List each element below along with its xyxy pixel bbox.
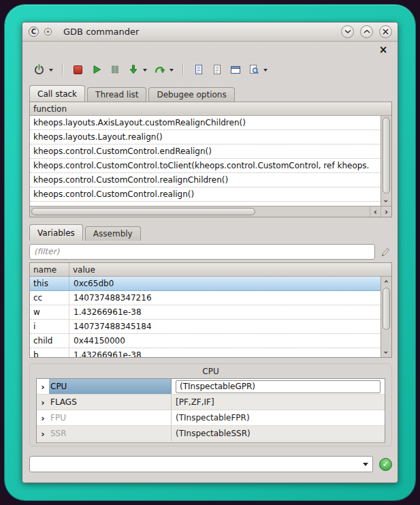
window-menu-icon[interactable]: [44, 27, 52, 36]
callstack-row[interactable]: kheops.control.CustomControl.realignChil…: [30, 173, 381, 187]
panel-close-icon[interactable]: ×: [378, 44, 389, 55]
scroll-down-icon[interactable]: ›: [381, 196, 391, 206]
expander-icon[interactable]: ›: [37, 395, 49, 410]
expander-icon[interactable]: ›: [37, 426, 49, 441]
pause-button[interactable]: [106, 61, 123, 78]
filter-row: [29, 243, 392, 260]
step-into-dropdown-arrow[interactable]: [141, 61, 148, 78]
variable-name: w: [30, 305, 69, 319]
column-header-value[interactable]: value: [69, 263, 391, 276]
power-dropdown-arrow[interactable]: [47, 61, 54, 78]
list-button[interactable]: [208, 61, 225, 78]
column-header-name[interactable]: name: [30, 263, 69, 276]
variables-vertical-scrollbar[interactable]: › ›: [381, 277, 391, 357]
chevron-up-icon: [364, 29, 370, 34]
callstack-horizontal-scrollbar[interactable]: ‹ ›: [30, 206, 391, 217]
variable-row[interactable]: child 0x44150000: [30, 334, 391, 348]
cpu-value-editor[interactable]: (TInspectableGPR): [176, 380, 381, 393]
variable-row[interactable]: w 1.43266961e-38: [30, 305, 391, 320]
variable-row[interactable]: b 1.43266961e-38: [30, 348, 391, 357]
column-header-function[interactable]: function: [30, 102, 67, 115]
filter-input[interactable]: [29, 244, 375, 260]
stop-button[interactable]: [69, 61, 86, 78]
toolbar-separator: [62, 63, 63, 76]
cpu-row-selected[interactable]: › CPU (TInspectableGPR): [37, 379, 385, 395]
cpu-row-name[interactable]: SSR: [49, 426, 172, 441]
callstack-row[interactable]: kheops.control.CustomControl.realign(): [30, 187, 381, 202]
chevron-down-icon[interactable]: [359, 457, 372, 472]
step-over-icon: [154, 64, 165, 75]
step-over-dropdown-arrow[interactable]: [167, 61, 175, 78]
top-tab-bar: Call stack Thread list Debugee options: [29, 85, 237, 102]
callstack-row[interactable]: kheops.control.CustomControl.endRealign(…: [30, 144, 381, 159]
run-button[interactable]: [88, 61, 105, 78]
variable-value: 1.43266961e-38: [69, 305, 391, 319]
cpu-row[interactable]: › SSR (TInspectableSSR): [37, 426, 385, 442]
scrollbar-thumb[interactable]: [31, 208, 255, 215]
variable-value: 140737488345184: [69, 320, 391, 333]
variable-name: cc: [30, 291, 69, 305]
watch-dropdown-arrow[interactable]: [261, 61, 269, 78]
variable-name: b: [30, 348, 69, 357]
confirm-icon[interactable]: ✓: [379, 458, 392, 471]
scroll-arrows: ‹ ›: [370, 206, 391, 217]
callstack-row[interactable]: kheops.layouts.AxisLayout.customRealignC…: [30, 116, 381, 130]
run-icon: [91, 64, 102, 75]
scroll-down-icon[interactable]: ›: [381, 348, 391, 357]
doc-icon: [193, 64, 204, 75]
callstack-body: kheops.layouts.AxisLayout.customRealignC…: [30, 116, 391, 206]
callstack-vertical-scrollbar[interactable]: ›: [381, 116, 391, 206]
filter-edit-icon[interactable]: [378, 245, 392, 258]
window-button[interactable]: [227, 61, 244, 78]
cpu-row-name[interactable]: FLAGS: [49, 395, 172, 410]
middle-tab-bar: Variables Assembly: [29, 224, 143, 241]
variables-body: this 0xc65db0 cc 140737488347216 w 1.432…: [30, 277, 391, 357]
scroll-left-icon[interactable]: ‹: [370, 206, 381, 217]
watch-icon: [248, 64, 259, 75]
variable-row-selected[interactable]: this 0xc65db0: [30, 277, 391, 291]
step-over-button[interactable]: [151, 61, 168, 78]
variable-value: 0xc65db0: [69, 277, 391, 290]
window-frame: C GDB commander ×: [5, 5, 415, 500]
scrollbar-thumb[interactable]: [383, 288, 390, 330]
scrollbar-thumb[interactable]: [383, 117, 390, 194]
callstack-row[interactable]: kheops.layouts.Layout.realign(): [30, 130, 381, 144]
callstack-header-row: function: [30, 102, 391, 116]
minimize-button[interactable]: [341, 25, 354, 38]
command-row: ✓: [29, 456, 392, 472]
close-button[interactable]: [379, 25, 392, 38]
tab-call-stack[interactable]: Call stack: [29, 85, 85, 102]
callstack-rows: kheops.layouts.AxisLayout.customRealignC…: [30, 116, 381, 206]
variables-header-row: name value: [30, 263, 391, 277]
doc-button[interactable]: [190, 61, 207, 78]
maximize-button[interactable]: [360, 25, 373, 38]
tab-debugee-options[interactable]: Debugee options: [148, 87, 234, 102]
command-input[interactable]: [30, 457, 359, 472]
variable-name: child: [30, 334, 69, 348]
tab-variables[interactable]: Variables: [29, 224, 83, 241]
step-into-icon: [128, 64, 139, 75]
scroll-right-icon[interactable]: ›: [381, 206, 391, 217]
toolbar: [31, 59, 270, 80]
tab-thread-list[interactable]: Thread list: [87, 87, 146, 102]
power-button[interactable]: [31, 61, 48, 78]
variable-row[interactable]: cc 140737488347216: [30, 291, 391, 305]
window-icon: [230, 65, 241, 75]
cpu-row[interactable]: › FLAGS [PF,ZF,IF]: [37, 395, 385, 410]
command-combobox[interactable]: [29, 456, 373, 472]
cpu-row-name[interactable]: CPU: [49, 379, 172, 394]
variable-row[interactable]: i 140737488345184: [30, 320, 391, 334]
callstack-row[interactable]: kheops.control.CustomControl.toClient(kh…: [30, 159, 381, 173]
scroll-up-icon[interactable]: ›: [381, 277, 391, 286]
cpu-row-name[interactable]: FPU: [49, 410, 172, 425]
cpu-row[interactable]: › FPU (TInspectableFPR): [37, 410, 385, 426]
variable-name: this: [30, 277, 69, 290]
tab-assembly[interactable]: Assembly: [85, 226, 141, 241]
watch-button[interactable]: [245, 61, 262, 78]
expander-icon[interactable]: ›: [37, 379, 49, 394]
step-into-button[interactable]: [125, 61, 142, 78]
expander-icon[interactable]: ›: [37, 410, 49, 425]
list-icon: [212, 64, 223, 75]
cpu-groupbox-title: CPU: [30, 367, 391, 376]
titlebar[interactable]: C GDB commander: [22, 22, 398, 42]
